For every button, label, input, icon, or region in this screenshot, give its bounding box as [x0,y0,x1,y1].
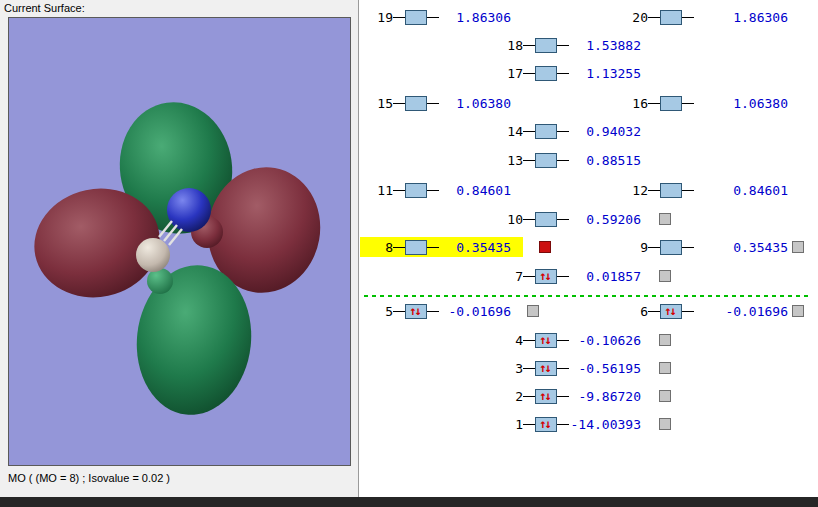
orbital-row-11: 11 0.84601 [365,180,511,200]
orbital-level-highlighted: 8 0.35435 [360,237,523,257]
orbital-energy: 1.06380 [439,96,511,111]
level-line [682,247,694,248]
orbital-box[interactable]: ↑↓ [535,361,557,376]
level-line [557,340,569,341]
orbital-row-7: 7 ↑↓ 0.01857 [495,266,671,286]
orbital-checkbox-4[interactable] [659,334,671,346]
orbital-number: 2 [495,389,523,404]
orbital-level: 13 0.88515 [495,150,641,170]
orbital-number: 5 [365,304,393,319]
level-line [523,276,535,277]
orbital-box[interactable] [405,10,427,25]
orbital-box[interactable]: ↑↓ [535,269,557,284]
level-line [557,131,569,132]
orbital-number: 18 [495,38,523,53]
level-line [523,424,535,425]
orbital-row-5: 5 ↑↓ -0.01696 [365,301,539,321]
orbital-level: 10 0.59206 [495,209,641,229]
level-line [393,190,405,191]
zero-energy-separator [364,295,808,297]
orbital-box[interactable] [535,38,557,53]
orbital-checkbox-5[interactable] [527,305,539,317]
orbital-box[interactable] [535,124,557,139]
level-line [427,311,439,312]
mo-editor-window: Current Surface: [0,0,818,507]
orbital-box[interactable] [660,96,682,111]
orbital-box[interactable]: ↑↓ [535,333,557,348]
orbital-row-3: 3 ↑↓ -0.56195 [495,358,671,378]
electron-pair-icon: ↑↓ [664,305,674,317]
orbital-level: 11 0.84601 [365,180,511,200]
orbital-box[interactable]: ↑↓ [535,389,557,404]
level-line [427,190,439,191]
electron-pair-icon: ↑↓ [539,334,549,346]
orbital-energy: -0.01696 [694,304,788,319]
orbital-number: 6 [620,304,648,319]
surface-panel-title: Current Surface: [4,2,85,14]
orbital-box[interactable] [405,183,427,198]
orbital-row-10: 10 0.59206 [495,209,671,229]
orbital-row-20: 20 1.86306 [620,7,788,27]
orbital-level: 15 1.06380 [365,93,511,113]
orbital-number: 13 [495,153,523,168]
surface-status-text: MO ( (MO = 8) ; Isovalue = 0.02 ) [8,472,170,484]
orbital-box[interactable] [535,212,557,227]
level-line [682,311,694,312]
level-line [427,247,439,248]
orbital-box[interactable] [660,183,682,198]
orbital-number: 12 [620,183,648,198]
orbital-energy: 0.88515 [569,153,641,168]
orbital-box[interactable] [660,10,682,25]
orbital-energy: -0.01696 [439,304,511,319]
orbital-level: 7 ↑↓ 0.01857 [495,266,641,286]
orbital-energy: 0.35435 [694,240,788,255]
orbital-energy: 1.86306 [694,10,788,25]
electron-pair-icon: ↑↓ [539,418,549,430]
orbital-level: 4 ↑↓ -0.10626 [495,330,641,350]
level-line [648,17,660,18]
level-line [648,247,660,248]
orbital-number: 10 [495,212,523,227]
molecule-3d-viewport[interactable] [8,17,351,466]
mo-isosurface-render [9,18,351,466]
orbital-box[interactable] [660,240,682,255]
level-line [557,276,569,277]
orbital-level: 12 0.84601 [620,180,788,200]
level-line [523,219,535,220]
orbital-box[interactable]: ↑↓ [535,417,557,432]
orbital-row-12: 12 0.84601 [620,180,788,200]
orbital-level: 9 0.35435 [620,237,788,257]
orbital-level: 2 ↑↓ -9.86720 [495,386,641,406]
level-line [393,17,405,18]
orbital-row-8-selected: 8 0.35435 [365,237,551,257]
orbital-energy: 1.13255 [569,66,641,81]
orbital-box[interactable]: ↑↓ [405,304,427,319]
orbital-energy: 0.01857 [569,269,641,284]
level-line [523,73,535,74]
orbital-energy: -0.10626 [569,333,641,348]
orbital-checkbox-9[interactable] [792,241,804,253]
orbital-number: 11 [365,183,393,198]
orbital-checkbox-1[interactable] [659,418,671,430]
orbital-checkbox-3[interactable] [659,362,671,374]
orbital-box[interactable] [405,240,427,255]
orbital-energy: 1.86306 [439,10,511,25]
orbital-checkbox-7[interactable] [659,270,671,282]
orbital-box[interactable]: ↑↓ [660,304,682,319]
level-line [557,45,569,46]
orbital-energy: 0.59206 [569,212,641,227]
orbital-box[interactable] [535,66,557,81]
orbital-number: 17 [495,66,523,81]
orbital-checkbox-2[interactable] [659,390,671,402]
orbital-level: 17 1.13255 [495,63,641,83]
orbital-number: 16 [620,96,648,111]
orbital-checkbox-8-active[interactable] [539,241,551,253]
level-line [427,103,439,104]
level-line [393,311,405,312]
orbital-box[interactable] [405,96,427,111]
orbital-checkbox-6[interactable] [792,305,804,317]
orbital-level: 19 1.86306 [365,7,511,27]
level-line [523,131,535,132]
orbital-box[interactable] [535,153,557,168]
orbital-checkbox-10[interactable] [659,213,671,225]
